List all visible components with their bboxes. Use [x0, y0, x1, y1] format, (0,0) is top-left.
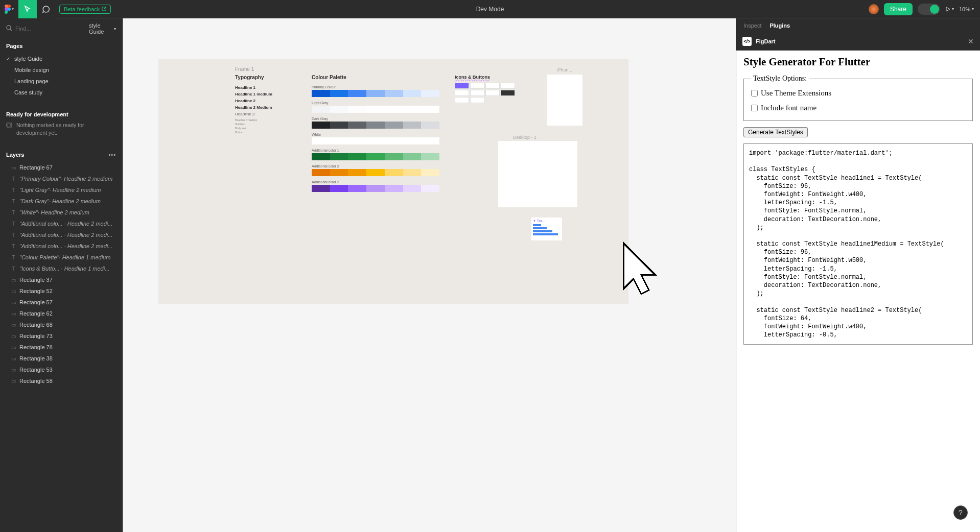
palette-swatch[interactable]: [403, 137, 422, 144]
palette-swatch[interactable]: [403, 106, 422, 113]
palette-swatch[interactable]: [366, 185, 385, 192]
palette-swatch[interactable]: [312, 137, 330, 144]
palette-swatch[interactable]: [330, 153, 348, 160]
frame-styleguide[interactable]: Frame 1 Typography Headline 1 Headline 1…: [158, 59, 628, 304]
layer-item[interactable]: ▭Rectangle 53: [0, 364, 122, 375]
layer-item[interactable]: T"Additional colo... · Headline 2 medi..…: [0, 218, 122, 229]
layer-item[interactable]: ▭Rectangle 58: [0, 375, 122, 386]
palette-swatch[interactable]: [312, 185, 330, 192]
checkbox-include-font-name[interactable]: Include font name: [751, 104, 965, 112]
palette-swatch[interactable]: [348, 169, 366, 176]
document-title[interactable]: Dev Mode: [476, 6, 504, 13]
layer-item[interactable]: ▭Rectangle 68: [0, 319, 122, 330]
palette-swatch[interactable]: [366, 106, 385, 113]
layer-item[interactable]: T"Colour Palette"· Headline 1 medium: [0, 252, 122, 263]
page-item[interactable]: Mobile design: [0, 64, 122, 76]
palette-swatch[interactable]: [348, 185, 366, 192]
layer-item[interactable]: ▭Rectangle 78: [0, 342, 122, 353]
palette-swatch[interactable]: [312, 90, 330, 97]
checkbox-theme-extensions-input[interactable]: [751, 90, 758, 96]
palette-swatch[interactable]: [385, 185, 403, 192]
present-button[interactable]: ▾: [945, 7, 954, 12]
palette-swatch[interactable]: [312, 106, 330, 113]
palette-swatch[interactable]: [421, 90, 439, 97]
palette-swatch[interactable]: [330, 106, 348, 113]
layer-item[interactable]: ▭Rectangle 52: [0, 285, 122, 297]
layer-item[interactable]: T"Dark Gray"· Headline 2 medium: [0, 196, 122, 207]
palette-swatch[interactable]: [348, 153, 366, 160]
page-selector-dropdown[interactable]: style Guide ▾: [89, 22, 116, 35]
palette-swatch[interactable]: [366, 169, 385, 176]
checkbox-include-font-name-input[interactable]: [751, 105, 758, 111]
palette-swatch[interactable]: [421, 137, 439, 144]
palette-swatch[interactable]: [348, 106, 366, 113]
desktop-frame[interactable]: [498, 141, 577, 207]
layer-item[interactable]: ▭Rectangle 62: [0, 308, 122, 319]
layer-item[interactable]: T"Light Gray"· Headline 2 medium: [0, 184, 122, 196]
palette-swatch[interactable]: [330, 90, 348, 97]
layer-item[interactable]: T"Additional colo... · Headline 2 medi..…: [0, 229, 122, 240]
palette-swatch[interactable]: [403, 90, 422, 97]
palette-swatch[interactable]: [366, 90, 385, 97]
palette-swatch[interactable]: [403, 185, 422, 192]
help-button[interactable]: ?: [953, 505, 968, 520]
palette-swatch[interactable]: [421, 122, 439, 129]
palette-swatch[interactable]: [421, 185, 439, 192]
beta-feedback-button[interactable]: Beta feedback: [59, 5, 111, 14]
layer-item[interactable]: ▭Rectangle 73: [0, 330, 122, 342]
palette-swatch[interactable]: [312, 122, 330, 129]
tab-plugins[interactable]: Plugins: [769, 22, 790, 29]
palette-swatch[interactable]: [330, 137, 348, 144]
generated-code-output[interactable]: import 'package:flutter/material.dart'; …: [743, 143, 973, 345]
layer-item[interactable]: T"Icons & Butto... · Headline 1 medi...: [0, 263, 122, 274]
palette-swatch[interactable]: [330, 122, 348, 129]
palette-swatch[interactable]: [330, 185, 348, 192]
palette-swatch[interactable]: [403, 169, 422, 176]
palette-swatch[interactable]: [366, 122, 385, 129]
layer-item[interactable]: ▭Rectangle 37: [0, 274, 122, 285]
canvas[interactable]: Frame 1 Typography Headline 1 Headline 1…: [123, 18, 736, 532]
share-button[interactable]: Share: [884, 3, 913, 15]
page-item[interactable]: Case study: [0, 87, 122, 98]
page-item[interactable]: Landing page: [0, 76, 122, 87]
palette-swatch[interactable]: [312, 169, 330, 176]
palette-swatch[interactable]: [385, 106, 403, 113]
palette-swatch[interactable]: [312, 153, 330, 160]
page-item[interactable]: style Guide: [0, 53, 122, 64]
layers-menu-icon[interactable]: •••: [108, 152, 116, 158]
palette-swatch[interactable]: [348, 122, 366, 129]
main-menu-button[interactable]: ▾: [0, 0, 18, 18]
tab-inspect[interactable]: Inspect: [743, 22, 761, 29]
layer-item[interactable]: T"Primary Colour"· Headline 2 medium: [0, 173, 122, 184]
layer-item[interactable]: ▭Rectangle 67: [0, 162, 122, 173]
layer-item[interactable]: T"Additional colo... · Headline 2 medi..…: [0, 240, 122, 252]
palette-swatch[interactable]: [421, 106, 439, 113]
search-input[interactable]: [15, 26, 86, 32]
tra-widget[interactable]: ✦ Tra...: [531, 217, 562, 240]
palette-swatch[interactable]: [348, 137, 366, 144]
zoom-dropdown[interactable]: 10% ▾: [959, 6, 974, 12]
palette-swatch[interactable]: [403, 122, 422, 129]
palette-swatch[interactable]: [421, 169, 439, 176]
palette-swatch[interactable]: [421, 153, 439, 160]
palette-swatch[interactable]: [330, 169, 348, 176]
palette-swatch[interactable]: [385, 169, 403, 176]
dev-mode-tool-button[interactable]: [18, 0, 37, 18]
layer-item[interactable]: ▭Rectangle 38: [0, 353, 122, 364]
palette-swatch[interactable]: [385, 90, 403, 97]
user-avatar[interactable]: [869, 4, 879, 14]
palette-swatch[interactable]: [366, 153, 385, 160]
layer-item[interactable]: ▭Rectangle 57: [0, 297, 122, 308]
palette-swatch[interactable]: [366, 137, 385, 144]
palette-swatch[interactable]: [385, 137, 403, 144]
layer-item[interactable]: T"White"· Headline 2 medium: [0, 207, 122, 218]
palette-swatch[interactable]: [403, 153, 422, 160]
generate-textstyles-button[interactable]: Generate TextStyles: [743, 127, 808, 137]
palette-swatch[interactable]: [385, 122, 403, 129]
phone-frame[interactable]: [547, 75, 582, 126]
palette-swatch[interactable]: [348, 90, 366, 97]
comment-tool-button[interactable]: [37, 0, 55, 18]
palette-swatch[interactable]: [385, 153, 403, 160]
checkbox-theme-extensions[interactable]: Use Theme Extensions: [751, 89, 965, 98]
dev-mode-toggle[interactable]: </>: [918, 4, 940, 15]
